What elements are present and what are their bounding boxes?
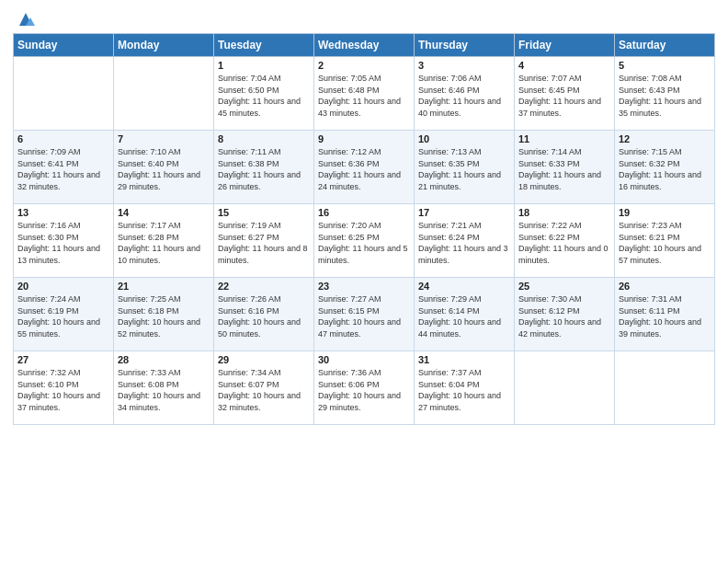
- calendar-cell: 20Sunrise: 7:24 AMSunset: 6:19 PMDayligh…: [14, 278, 114, 351]
- calendar-cell: 8Sunrise: 7:11 AMSunset: 6:38 PMDaylight…: [214, 131, 314, 204]
- day-number: 5: [619, 60, 711, 71]
- calendar-cell: 25Sunrise: 7:30 AMSunset: 6:12 PMDayligh…: [515, 278, 615, 351]
- day-info: Sunrise: 7:26 AMSunset: 6:16 PMDaylight:…: [218, 293, 310, 339]
- day-info: Sunrise: 7:16 AMSunset: 6:30 PMDaylight:…: [17, 220, 109, 266]
- day-info: Sunrise: 7:04 AMSunset: 6:50 PMDaylight:…: [218, 73, 310, 119]
- day-number: 16: [318, 207, 410, 218]
- calendar-cell: 3Sunrise: 7:06 AMSunset: 6:46 PMDaylight…: [415, 57, 515, 131]
- calendar-cell: 7Sunrise: 7:10 AMSunset: 6:40 PMDaylight…: [114, 131, 214, 204]
- day-info: Sunrise: 7:32 AMSunset: 6:10 PMDaylight:…: [17, 367, 109, 413]
- day-info: Sunrise: 7:21 AMSunset: 6:24 PMDaylight:…: [418, 220, 510, 266]
- calendar-cell: 10Sunrise: 7:13 AMSunset: 6:35 PMDayligh…: [415, 131, 515, 204]
- day-info: Sunrise: 7:31 AMSunset: 6:11 PMDaylight:…: [619, 293, 711, 339]
- calendar-cell: 19Sunrise: 7:23 AMSunset: 6:21 PMDayligh…: [615, 204, 715, 278]
- day-number: 23: [318, 281, 410, 292]
- calendar-header-friday: Friday: [515, 34, 615, 57]
- day-number: 24: [418, 281, 510, 292]
- day-number: 1: [218, 60, 310, 71]
- calendar-cell: [615, 351, 715, 425]
- day-number: 22: [218, 281, 310, 292]
- calendar-cell: 5Sunrise: 7:08 AMSunset: 6:43 PMDaylight…: [615, 57, 715, 131]
- day-info: Sunrise: 7:15 AMSunset: 6:32 PMDaylight:…: [619, 146, 711, 192]
- calendar-cell: [114, 57, 214, 131]
- day-number: 19: [619, 207, 711, 218]
- day-info: Sunrise: 7:19 AMSunset: 6:27 PMDaylight:…: [218, 220, 310, 266]
- day-number: 14: [118, 207, 210, 218]
- calendar-cell: 1Sunrise: 7:04 AMSunset: 6:50 PMDaylight…: [214, 57, 314, 131]
- day-info: Sunrise: 7:14 AMSunset: 6:33 PMDaylight:…: [518, 146, 610, 192]
- day-info: Sunrise: 7:05 AMSunset: 6:48 PMDaylight:…: [318, 73, 410, 119]
- day-number: 4: [518, 60, 610, 71]
- calendar-cell: 14Sunrise: 7:17 AMSunset: 6:28 PMDayligh…: [114, 204, 214, 278]
- calendar-cell: 9Sunrise: 7:12 AMSunset: 6:36 PMDaylight…: [314, 131, 415, 204]
- calendar-week-row: 27Sunrise: 7:32 AMSunset: 6:10 PMDayligh…: [14, 351, 715, 425]
- calendar-cell: 13Sunrise: 7:16 AMSunset: 6:30 PMDayligh…: [14, 204, 114, 278]
- calendar-header-tuesday: Tuesday: [214, 34, 314, 57]
- day-info: Sunrise: 7:12 AMSunset: 6:36 PMDaylight:…: [318, 146, 410, 192]
- day-number: 18: [518, 207, 610, 218]
- day-number: 29: [218, 354, 310, 365]
- day-number: 30: [318, 354, 410, 365]
- day-number: 17: [418, 207, 510, 218]
- calendar-cell: 17Sunrise: 7:21 AMSunset: 6:24 PMDayligh…: [415, 204, 515, 278]
- page: SundayMondayTuesdayWednesdayThursdayFrid…: [0, 0, 728, 432]
- day-number: 26: [619, 281, 711, 292]
- day-number: 11: [518, 133, 610, 144]
- calendar-cell: 31Sunrise: 7:37 AMSunset: 6:04 PMDayligh…: [415, 351, 515, 425]
- day-info: Sunrise: 7:36 AMSunset: 6:06 PMDaylight:…: [318, 367, 410, 413]
- header: [13, 9, 715, 29]
- calendar-cell: 11Sunrise: 7:14 AMSunset: 6:33 PMDayligh…: [515, 131, 615, 204]
- day-number: 9: [318, 133, 410, 144]
- calendar-cell: 28Sunrise: 7:33 AMSunset: 6:08 PMDayligh…: [114, 351, 214, 425]
- day-info: Sunrise: 7:17 AMSunset: 6:28 PMDaylight:…: [118, 220, 210, 266]
- day-info: Sunrise: 7:08 AMSunset: 6:43 PMDaylight:…: [619, 73, 711, 119]
- calendar-cell: 23Sunrise: 7:27 AMSunset: 6:15 PMDayligh…: [314, 278, 415, 351]
- calendar-table: SundayMondayTuesdayWednesdayThursdayFrid…: [13, 33, 715, 425]
- day-info: Sunrise: 7:11 AMSunset: 6:38 PMDaylight:…: [218, 146, 310, 192]
- day-number: 27: [17, 354, 109, 365]
- day-number: 2: [318, 60, 410, 71]
- calendar-cell: 21Sunrise: 7:25 AMSunset: 6:18 PMDayligh…: [114, 278, 214, 351]
- day-number: 10: [418, 133, 510, 144]
- calendar-header-monday: Monday: [114, 34, 214, 57]
- calendar-header-sunday: Sunday: [14, 34, 114, 57]
- day-info: Sunrise: 7:09 AMSunset: 6:41 PMDaylight:…: [17, 146, 109, 192]
- calendar-cell: 30Sunrise: 7:36 AMSunset: 6:06 PMDayligh…: [314, 351, 415, 425]
- calendar-cell: 24Sunrise: 7:29 AMSunset: 6:14 PMDayligh…: [415, 278, 515, 351]
- calendar-cell: 16Sunrise: 7:20 AMSunset: 6:25 PMDayligh…: [314, 204, 415, 278]
- day-info: Sunrise: 7:22 AMSunset: 6:22 PMDaylight:…: [518, 220, 610, 266]
- day-number: 13: [17, 207, 109, 218]
- calendar-header-thursday: Thursday: [415, 34, 515, 57]
- calendar-cell: 15Sunrise: 7:19 AMSunset: 6:27 PMDayligh…: [214, 204, 314, 278]
- calendar-cell: [515, 351, 615, 425]
- day-info: Sunrise: 7:27 AMSunset: 6:15 PMDaylight:…: [318, 293, 410, 339]
- calendar-header-saturday: Saturday: [615, 34, 715, 57]
- calendar-cell: [14, 57, 114, 131]
- calendar-week-row: 20Sunrise: 7:24 AMSunset: 6:19 PMDayligh…: [14, 278, 715, 351]
- day-info: Sunrise: 7:25 AMSunset: 6:18 PMDaylight:…: [118, 293, 210, 339]
- calendar-cell: 6Sunrise: 7:09 AMSunset: 6:41 PMDaylight…: [14, 131, 114, 204]
- logo-icon: [16, 9, 36, 29]
- day-info: Sunrise: 7:37 AMSunset: 6:04 PMDaylight:…: [418, 367, 510, 413]
- day-number: 3: [418, 60, 510, 71]
- day-info: Sunrise: 7:34 AMSunset: 6:07 PMDaylight:…: [218, 367, 310, 413]
- day-info: Sunrise: 7:20 AMSunset: 6:25 PMDaylight:…: [318, 220, 410, 266]
- day-info: Sunrise: 7:07 AMSunset: 6:45 PMDaylight:…: [518, 73, 610, 119]
- calendar-cell: 18Sunrise: 7:22 AMSunset: 6:22 PMDayligh…: [515, 204, 615, 278]
- day-number: 25: [518, 281, 610, 292]
- day-info: Sunrise: 7:29 AMSunset: 6:14 PMDaylight:…: [418, 293, 510, 339]
- day-info: Sunrise: 7:30 AMSunset: 6:12 PMDaylight:…: [518, 293, 610, 339]
- calendar-week-row: 1Sunrise: 7:04 AMSunset: 6:50 PMDaylight…: [14, 57, 715, 131]
- logo: [13, 9, 36, 29]
- day-number: 31: [418, 354, 510, 365]
- calendar-cell: 22Sunrise: 7:26 AMSunset: 6:16 PMDayligh…: [214, 278, 314, 351]
- day-number: 12: [619, 133, 711, 144]
- day-number: 21: [118, 281, 210, 292]
- calendar-cell: 12Sunrise: 7:15 AMSunset: 6:32 PMDayligh…: [615, 131, 715, 204]
- day-number: 8: [218, 133, 310, 144]
- day-number: 6: [17, 133, 109, 144]
- day-number: 28: [118, 354, 210, 365]
- day-number: 15: [218, 207, 310, 218]
- calendar-header-row: SundayMondayTuesdayWednesdayThursdayFrid…: [14, 34, 715, 57]
- calendar-cell: 29Sunrise: 7:34 AMSunset: 6:07 PMDayligh…: [214, 351, 314, 425]
